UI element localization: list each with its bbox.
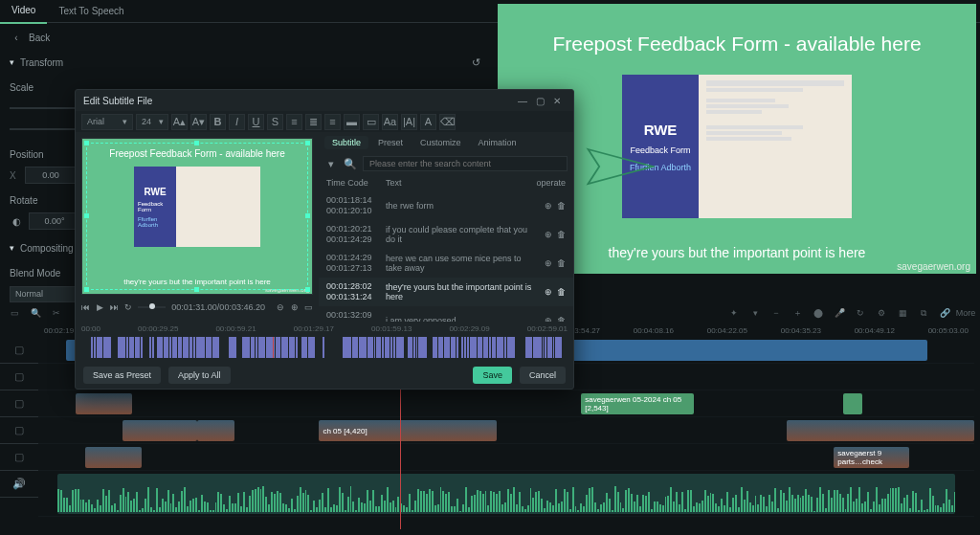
gear-icon[interactable]: ⚙ [875, 306, 888, 320]
subtitle-row[interactable]: 00:01:24:2900:01:27:13here we can use so… [319, 249, 573, 278]
prev-sub-icon[interactable]: ⏮ [81, 301, 90, 314]
add-sub-icon[interactable]: ⊕ [545, 287, 552, 297]
preview-title-text: Freepost Feedback Form - available here [552, 33, 921, 56]
track-header[interactable]: 🔊 [0, 471, 38, 498]
text-color-icon[interactable]: A [420, 114, 436, 130]
chevron-down-icon[interactable]: ▾ [324, 157, 338, 170]
track-header[interactable]: ▢ [0, 417, 38, 444]
track-header[interactable]: ▢ [0, 337, 38, 364]
add-sub-icon[interactable]: ⊕ [545, 230, 552, 239]
track-row: savegaerst 9 parts…check [38, 444, 974, 471]
delete-sub-icon[interactable]: 🗑 [557, 230, 566, 239]
edit-subtitle-modal: Edit Subtitle File — ▢ ✕ Arial▾ 24▾ A▴ A… [75, 89, 574, 390]
subtitle-preview[interactable]: Freepost Feedback Form - available here … [81, 138, 313, 295]
track-header[interactable]: ▢ [0, 364, 38, 390]
align-center-icon[interactable]: ≣ [305, 114, 322, 130]
section-compositing: Compositing [20, 243, 74, 254]
add-sub-icon[interactable]: ⊕ [545, 316, 552, 322]
loop-icon[interactable]: ↻ [124, 301, 133, 314]
rotate-dial-icon[interactable]: ◐ [10, 214, 23, 228]
cancel-button[interactable]: Cancel [520, 367, 566, 384]
delete-sub-icon[interactable]: 🗑 [557, 258, 566, 268]
selection-box[interactable] [86, 143, 308, 290]
zoom-out-icon[interactable]: − [769, 306, 783, 320]
back-icon[interactable]: ‹ [10, 31, 23, 44]
track-row: ch 05 [4,420] [38, 417, 974, 444]
zoom-in-icon[interactable]: ＋ [791, 306, 804, 320]
chevron-down-icon[interactable]: ▾ [10, 57, 14, 67]
playbar-time: 00:01:31.00/00:03:46.20 [171, 302, 265, 312]
apply-to-all-button[interactable]: Apply to All [168, 367, 231, 384]
underline-icon[interactable]: U [248, 114, 264, 130]
chevron-down-icon[interactable]: ▾ [10, 243, 14, 253]
delete-sub-icon[interactable]: 🗑 [557, 316, 566, 322]
record-icon[interactable]: ⬤ [812, 306, 825, 320]
rotate-value[interactable]: 0.00° [29, 212, 80, 230]
bold-icon[interactable]: B [210, 114, 226, 130]
volume-slider[interactable] [138, 306, 166, 308]
search-icon[interactable]: 🔍 [29, 306, 42, 320]
next-sub-icon[interactable]: ⏭ [110, 301, 119, 314]
track-header[interactable]: ▢ [0, 390, 38, 417]
font-select[interactable]: Arial▾ [81, 114, 133, 130]
refresh-icon[interactable]: ↻ [854, 306, 867, 320]
subtitle-playbar: ⏮ ▶ ⏭ ↻ 00:01:31.00/00:03:46.20 ⊖ ⊕ ▭ [81, 299, 313, 316]
subtitle-row[interactable]: 00:01:32:0900:01:34:01i am very opposed⊕… [319, 306, 573, 322]
subtitle-row[interactable]: 00:01:28:0200:01:31:24they're yours but … [319, 278, 573, 306]
size-down-icon[interactable]: A▾ [190, 114, 207, 130]
tab-tts[interactable]: Text To Speech [47, 0, 135, 23]
spacing-icon[interactable]: |A| [401, 114, 417, 130]
border-icon[interactable]: ▭ [363, 114, 379, 130]
minimize-icon[interactable]: — [514, 92, 531, 109]
align-right-icon[interactable]: ≡ [324, 114, 341, 130]
more-menu[interactable]: More [959, 306, 972, 320]
sparkle-icon[interactable]: ✦ [727, 306, 741, 320]
track-header[interactable]: ▢ [0, 444, 38, 471]
subtitle-list-header: Time Code Text operate [319, 174, 573, 191]
zoom-fit-icon[interactable]: ▭ [304, 301, 313, 314]
subtitle-row[interactable]: 00:01:20:2100:01:24:29if you could pleas… [319, 220, 573, 249]
tab-preset[interactable]: Preset [370, 136, 411, 149]
cursor-tool-icon[interactable]: ▭ [8, 306, 21, 320]
close-icon[interactable]: ✕ [548, 92, 566, 109]
preview-watermark: savegaerwen.org [897, 261, 970, 272]
label-rotate: Rotate [10, 195, 54, 206]
size-up-icon[interactable]: A▴ [171, 114, 188, 130]
layout-icon[interactable]: ▦ [896, 306, 909, 320]
marker2-icon[interactable]: ⧉ [917, 306, 930, 320]
subtitle-list[interactable]: 00:01:18:1400:01:20:10the rwe form⊕🗑00:0… [319, 191, 573, 322]
arrow-icon [584, 138, 670, 195]
delete-sub-icon[interactable]: 🗑 [557, 201, 566, 211]
reset-transform-icon[interactable]: ↺ [469, 56, 482, 69]
subtitle-search-input[interactable] [363, 156, 568, 171]
color-fill-icon[interactable]: ▬ [344, 114, 360, 130]
save-button[interactable]: Save [473, 367, 512, 384]
zoom-out-icon[interactable]: ⊖ [277, 301, 285, 314]
subtitle-row[interactable]: 00:01:18:1400:01:20:10the rwe form⊕🗑 [319, 191, 573, 220]
link-icon[interactable]: 🔗 [938, 306, 951, 320]
case-icon[interactable]: Aa [382, 114, 398, 130]
subtitle-wave-strip[interactable]: 00:0000:00:29.25 00:00:59.2100:01:29.17 … [76, 322, 573, 362]
play-icon[interactable]: ▶ [96, 301, 104, 314]
tab-customize[interactable]: Customize [412, 136, 469, 149]
cut-icon[interactable]: ✂ [50, 306, 63, 320]
add-sub-icon[interactable]: ⊕ [545, 201, 552, 211]
tab-subtitle[interactable]: Subtitle [324, 136, 368, 149]
mic-icon[interactable]: 🎤 [833, 306, 846, 320]
save-as-preset-button[interactable]: Save as Preset [83, 367, 161, 384]
tab-video[interactable]: Video [0, 0, 47, 24]
italic-icon[interactable]: I [229, 114, 245, 130]
strike-icon[interactable]: S [267, 114, 283, 130]
clear-format-icon[interactable]: ⌫ [439, 114, 456, 130]
add-sub-icon[interactable]: ⊕ [545, 258, 552, 268]
tab-animation[interactable]: Animation [471, 136, 524, 149]
align-left-icon[interactable]: ≡ [286, 114, 302, 130]
delete-sub-icon[interactable]: 🗑 [557, 287, 566, 297]
position-x-value[interactable]: 0.00 [25, 167, 77, 184]
marker-icon[interactable]: ▾ [748, 306, 762, 320]
font-size-select[interactable]: 24▾ [136, 114, 168, 130]
zoom-in-icon[interactable]: ⊕ [290, 301, 299, 314]
maximize-icon[interactable]: ▢ [531, 92, 548, 109]
modal-titlebar[interactable]: Edit Subtitle File — ▢ ✕ [76, 90, 573, 111]
audio-waveform [57, 485, 956, 512]
